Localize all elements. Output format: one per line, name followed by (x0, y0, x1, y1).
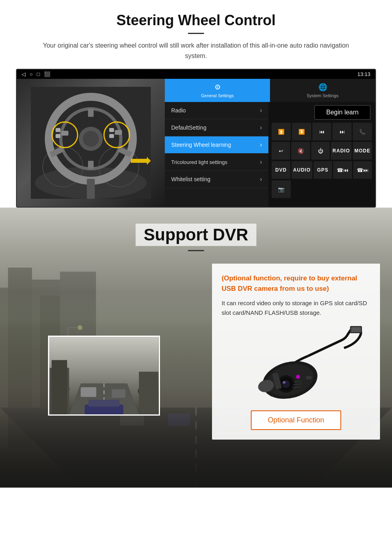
svg-point-40 (78, 325, 82, 330)
menu-steering-label: Steering Wheel learning (171, 142, 231, 148)
chevron-right-icon: › (260, 107, 262, 114)
dvd-button[interactable]: DVD (272, 161, 290, 179)
svg-rect-51 (52, 360, 67, 414)
next-phone-button[interactable]: ☎⏭ (353, 161, 372, 179)
prev-phone-button[interactable]: ☎⏮ (333, 161, 352, 179)
dvr-device-svg (228, 324, 364, 404)
android-menu-area: ⚙ General Settings 🌐 System Settings Rad… (165, 79, 375, 207)
steering-wheel-placeholder (17, 79, 165, 207)
svg-rect-21 (87, 179, 95, 199)
svg-rect-54 (88, 400, 120, 406)
phone-button[interactable]: 📞 (353, 123, 372, 140)
power-button[interactable]: ⏻ (311, 142, 330, 160)
dvr-section-title: Support DVR (136, 224, 256, 246)
optional-function-button[interactable]: Optional Function (251, 410, 341, 430)
begin-learn-button[interactable]: Begin learn (314, 105, 370, 120)
menu-item-steering-wheel[interactable]: Steering Wheel learning › (165, 136, 268, 154)
control-buttons-row1: ⏫ ⏬ ⏮ ⏭ 📞 (270, 123, 374, 140)
tab-system-settings[interactable]: 🌐 System Settings (270, 79, 375, 102)
section-subtitle: Your original car's steering wheel contr… (32, 40, 360, 61)
camera-button[interactable]: 📷 (272, 180, 291, 198)
tab-system-label: System Settings (307, 93, 338, 98)
svg-rect-44 (81, 387, 96, 397)
tab-general-label: General Settings (201, 93, 234, 98)
statusbar-time: 13:13 (357, 71, 370, 77)
steering-section: Steering Wheel Control Your original car… (0, 0, 392, 208)
dvr-card-title: (Optional function, require to buy exter… (222, 273, 370, 294)
right-control-panel: Begin learn ⏫ ⏬ ⏮ ⏭ 📞 ↩ (268, 102, 375, 207)
dvr-title-area: Support DVR (0, 208, 392, 259)
svg-rect-56 (351, 327, 361, 332)
prev-track-button[interactable]: ⏮ (312, 123, 332, 140)
chevron-right-icon: › (260, 124, 262, 131)
recents-icon: □ (37, 71, 40, 77)
system-icon: 🌐 (318, 83, 327, 92)
dvr-title-divider (188, 250, 204, 251)
svg-point-69 (282, 381, 286, 384)
svg-rect-18 (109, 134, 114, 138)
menu-list: Radio › DefaultSetting › Steering Wheel … (165, 102, 268, 207)
android-mockup: ◁ ○ □ ⬛ 13:13 (16, 69, 376, 208)
control-buttons-row2: ↩ 🔇 ⏻ RADIO MODE (270, 142, 374, 160)
thumbnail-svg (49, 337, 159, 414)
back-icon: ◁ (22, 71, 26, 77)
mockup-main: ⚙ General Settings 🌐 System Settings Rad… (17, 79, 375, 207)
control-buttons-row4: 📷 (270, 180, 374, 198)
mute-button[interactable]: 🔇 (291, 142, 310, 160)
title-divider (188, 33, 204, 34)
begin-learn-row: Begin learn (270, 104, 374, 121)
mode-button[interactable]: MODE (353, 142, 372, 160)
svg-point-63 (296, 375, 300, 379)
audio-button[interactable]: AUDIO (292, 161, 312, 179)
thumbnail-image (49, 337, 159, 414)
vol-down-button[interactable]: ⏬ (292, 123, 311, 140)
menu-radio-label: Radio (171, 107, 186, 114)
vol-up-button[interactable]: ⏫ (272, 123, 291, 140)
status-bar: ◁ ○ □ ⬛ 13:13 (17, 70, 375, 79)
control-buttons-row3: DVD AUDIO GPS ☎⏮ ☎⏭ (270, 161, 374, 179)
menu-and-panel: Radio › DefaultSetting › Steering Wheel … (165, 102, 375, 207)
hang-up-button[interactable]: ↩ (272, 142, 290, 160)
menu-item-radio[interactable]: Radio › (165, 102, 268, 119)
menu-item-whitelist[interactable]: Whitelist setting › (165, 171, 268, 188)
svg-rect-45 (112, 389, 125, 398)
svg-rect-52 (139, 372, 158, 414)
dvr-card-text: It can record video only to storage in G… (222, 298, 370, 318)
dvr-device-image (222, 324, 370, 404)
menu-item-default-setting[interactable]: DefaultSetting › (165, 119, 268, 136)
menu-default-label: DefaultSetting (171, 124, 206, 131)
svg-rect-16 (61, 131, 68, 136)
android-tabs: ⚙ General Settings 🌐 System Settings (165, 79, 375, 102)
chevron-right-icon: › (260, 141, 262, 148)
chevron-right-icon: › (260, 158, 262, 166)
dvr-info-card: (Optional function, require to buy exter… (212, 264, 380, 440)
menu-whitelist-label: Whitelist setting (171, 176, 210, 182)
page-title: Steering Wheel Control (16, 12, 376, 29)
dvr-section: Support DVR (0, 208, 392, 488)
next-track-button[interactable]: ⏭ (332, 123, 352, 140)
statusbar-nav-icons: ◁ ○ □ ⬛ (22, 71, 50, 77)
svg-point-61 (282, 380, 290, 388)
home-icon: ○ (30, 71, 33, 77)
tab-general-settings[interactable]: ⚙ General Settings (165, 79, 270, 102)
screen-icon: ⬛ (44, 71, 50, 77)
svg-point-11 (83, 131, 99, 147)
steering-wheel-image-area (17, 79, 165, 207)
gps-button[interactable]: GPS (314, 161, 332, 179)
steering-wheel-svg (31, 87, 151, 199)
chevron-right-icon: › (260, 176, 262, 183)
svg-rect-15 (56, 134, 60, 138)
svg-rect-17 (109, 128, 114, 132)
dvr-camera-thumbnail (48, 336, 160, 416)
radio-button[interactable]: RADIO (331, 142, 352, 160)
menu-tricoloured-label: Tricoloured light settings (171, 159, 227, 165)
menu-item-tricoloured[interactable]: Tricoloured light settings › (165, 154, 268, 171)
svg-rect-70 (306, 376, 312, 379)
svg-rect-19 (115, 130, 122, 135)
svg-rect-14 (56, 128, 60, 132)
settings-gear-icon: ⚙ (214, 83, 221, 92)
